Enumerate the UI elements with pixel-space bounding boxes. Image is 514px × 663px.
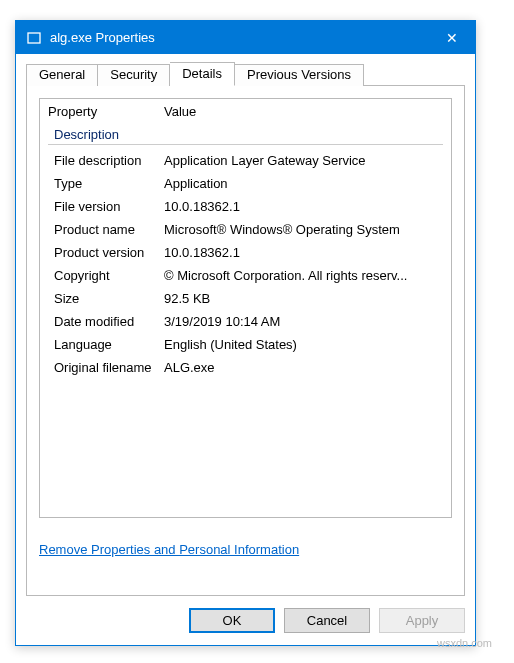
list-item[interactable]: Product name Microsoft® Windows® Operati… (40, 218, 451, 241)
ok-button[interactable]: OK (189, 608, 275, 633)
prop-value: English (United States) (164, 335, 443, 354)
window-title: alg.exe Properties (50, 30, 429, 45)
prop-label: File version (54, 197, 164, 216)
list-item[interactable]: File version 10.0.18362.1 (40, 195, 451, 218)
app-icon (26, 30, 42, 46)
client-area: General Security Details Previous Versio… (16, 54, 475, 645)
title-bar[interactable]: alg.exe Properties ✕ (16, 21, 475, 54)
tab-security[interactable]: Security (98, 64, 170, 86)
svg-rect-0 (28, 33, 40, 43)
prop-value: Application (164, 174, 443, 193)
list-item[interactable]: Size 92.5 KB (40, 287, 451, 310)
prop-value: 92.5 KB (164, 289, 443, 308)
prop-label: Date modified (54, 312, 164, 331)
dialog-button-row: OK Cancel Apply (26, 608, 465, 633)
prop-value: ALG.exe (164, 358, 443, 377)
prop-label: File description (54, 151, 164, 170)
list-item[interactable]: File description Application Layer Gatew… (40, 149, 451, 172)
prop-label: Copyright (54, 266, 164, 285)
prop-value: 10.0.18362.1 (164, 197, 443, 216)
prop-value: Microsoft® Windows® Operating System (164, 220, 443, 239)
prop-value: © Microsoft Corporation. All rights rese… (164, 266, 443, 285)
col-value[interactable]: Value (164, 104, 443, 119)
tab-general[interactable]: General (26, 64, 98, 86)
prop-label: Language (54, 335, 164, 354)
tab-page-details: Property Value Description File descript… (26, 86, 465, 596)
prop-label: Type (54, 174, 164, 193)
prop-label: Product version (54, 243, 164, 262)
prop-label: Size (54, 289, 164, 308)
prop-value: Application Layer Gateway Service (164, 151, 443, 170)
list-item[interactable]: Type Application (40, 172, 451, 195)
remove-properties-link[interactable]: Remove Properties and Personal Informati… (39, 542, 299, 557)
tab-strip: General Security Details Previous Versio… (26, 62, 465, 86)
col-property[interactable]: Property (48, 104, 164, 119)
tab-details[interactable]: Details (170, 62, 235, 86)
tab-previous-versions[interactable]: Previous Versions (235, 64, 364, 86)
apply-button: Apply (379, 608, 465, 633)
group-separator (48, 144, 443, 145)
list-item[interactable]: Copyright © Microsoft Corporation. All r… (40, 264, 451, 287)
prop-value: 3/19/2019 10:14 AM (164, 312, 443, 331)
list-item[interactable]: Product version 10.0.18362.1 (40, 241, 451, 264)
close-button[interactable]: ✕ (429, 21, 475, 54)
link-area: Remove Properties and Personal Informati… (39, 542, 452, 557)
column-headers: Property Value (40, 99, 451, 125)
list-item[interactable]: Date modified 3/19/2019 10:14 AM (40, 310, 451, 333)
prop-value: 10.0.18362.1 (164, 243, 443, 262)
prop-label: Original filename (54, 358, 164, 377)
prop-label: Product name (54, 220, 164, 239)
group-description: Description (48, 127, 443, 144)
close-icon: ✕ (446, 30, 458, 46)
cancel-button[interactable]: Cancel (284, 608, 370, 633)
list-item[interactable]: Language English (United States) (40, 333, 451, 356)
properties-window: alg.exe Properties ✕ General Security De… (15, 20, 476, 646)
list-item[interactable]: Original filename ALG.exe (40, 356, 451, 379)
details-list: Property Value Description File descript… (39, 98, 452, 518)
